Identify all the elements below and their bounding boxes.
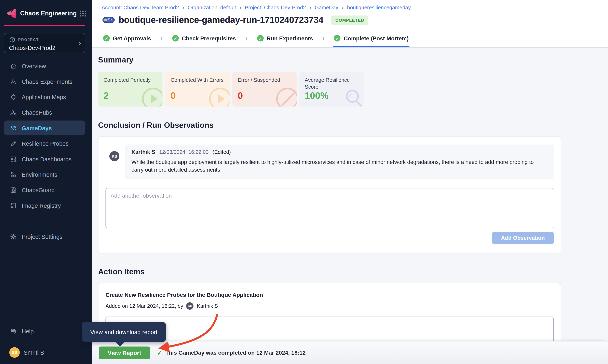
app-root: Chaos Engineering PROJECT Chaos-Dev-Prod… xyxy=(0,0,608,364)
card-error-suspended: Error / Suspended 0 xyxy=(232,72,297,106)
brand-accent-rule xyxy=(4,25,85,26)
check-circle-icon: ✓ xyxy=(103,35,110,41)
sidebar-item-gamedays[interactable]: GameDays xyxy=(0,120,92,136)
chevron-right-icon: › xyxy=(159,34,164,42)
sidebar-item-chaos-experiments[interactable]: Chaos Experiments xyxy=(0,74,92,89)
comment-edited-flag: (Edited) xyxy=(212,149,231,155)
sidebar-item-overview[interactable]: Overview xyxy=(0,58,92,74)
sidebar-item-label: ChaosHubs xyxy=(22,109,52,116)
tab-run-experiments[interactable]: ✓ Run Experiments xyxy=(257,29,313,47)
sidebar-item-environments[interactable]: Environments xyxy=(0,167,92,182)
observation-input[interactable] xyxy=(106,188,554,228)
comment-timestamp: 12/03/2024, 16:22:03 xyxy=(159,149,209,155)
sidebar-item-chaoshubs[interactable]: ChaosHubs xyxy=(0,105,92,120)
gear-icon xyxy=(10,233,17,240)
card-completed-with-errors: Completed With Errors 0 xyxy=(165,72,230,106)
summary-heading: Summary xyxy=(98,55,608,64)
app-title: Chaos Engineering xyxy=(20,10,79,17)
page-header: Account: Chaos Dev Team Prod2 › Organiza… xyxy=(92,0,608,29)
flask-icon xyxy=(10,78,17,85)
dashboard-icon xyxy=(10,156,17,162)
check-icon: ✓ xyxy=(157,349,162,356)
breadcrumb-account[interactable]: Account: Chaos Dev Team Prod2 xyxy=(102,4,179,10)
sidebar-nav: Overview Chaos Experiments Application M… xyxy=(0,58,92,213)
user-menu[interactable]: SS Smriti S xyxy=(0,343,92,361)
svg-text:?: ? xyxy=(12,329,13,332)
tooltip-view-download-report: View and download report xyxy=(82,322,166,342)
probe-icon xyxy=(10,140,17,147)
check-circle-icon: ✓ xyxy=(172,35,179,41)
page-title: boutique-resilience-gameday-run-17102407… xyxy=(119,15,323,25)
sidebar-item-label: ChaosGuard xyxy=(22,187,55,193)
card-completed-perfectly: Completed Perfectly 2 xyxy=(98,72,162,106)
sidebar-item-label: Application Maps xyxy=(22,93,66,100)
people-icon xyxy=(10,125,17,131)
stepper-tabbar: ✓ Get Approvals › ✓ Check Prerequisites … xyxy=(92,29,608,48)
observations-heading: Conclusion / Run Observations xyxy=(98,121,608,130)
chevron-right-icon: › xyxy=(239,4,241,11)
chevron-right-icon: › xyxy=(309,4,311,11)
action-item-added-text: Added on 12 Mar 2024, 16:22, by xyxy=(106,303,183,309)
tooltip-text: View and download report xyxy=(90,329,158,335)
check-circle-icon: ✓ xyxy=(334,35,341,41)
play-circle-icon xyxy=(141,86,162,106)
tab-check-prerequisites[interactable]: ✓ Check Prerequisites xyxy=(172,29,236,47)
view-report-button[interactable]: View Report xyxy=(99,346,150,359)
content-scroll-area[interactable]: Summary Completed Perfectly 2 Completed … xyxy=(92,48,608,364)
tab-label: Get Approvals xyxy=(113,35,151,41)
breadcrumb-organization[interactable]: Organization: default xyxy=(188,4,236,10)
tab-get-approvals[interactable]: ✓ Get Approvals xyxy=(103,29,151,47)
project-selector[interactable]: PROJECT Chaos-Dev-Prod2 › xyxy=(4,33,85,53)
add-observation-button[interactable]: Add Observation xyxy=(492,232,554,244)
chevron-right-icon: › xyxy=(321,34,325,42)
completion-message-text: This GameDay was completed on 12 Mar 202… xyxy=(165,350,305,356)
sidebar-item-label: Project Settings xyxy=(22,233,63,240)
sidebar-item-label: Chaos Dashboards xyxy=(22,156,71,162)
chaos-engineering-logo-icon xyxy=(5,8,17,19)
registry-icon xyxy=(10,202,17,208)
sidebar-header: Chaos Engineering xyxy=(0,6,92,21)
target-icon xyxy=(10,93,17,100)
gamepad-icon xyxy=(102,15,115,24)
sidebar-item-project-settings[interactable]: Project Settings xyxy=(0,229,92,244)
sidebar-item-help[interactable]: ? Help xyxy=(0,323,92,339)
sidebar-item-application-maps[interactable]: Application Maps xyxy=(0,89,92,104)
observations-panel: KS Karthik S 12/03/2024, 16:22:03 (Edite… xyxy=(98,136,561,253)
sidebar-item-label: Overview xyxy=(22,63,46,69)
tab-complete-post-mortem[interactable]: ✓ Complete (Post Mortem) xyxy=(334,29,409,47)
comment-text: While the boutique app deployment is lar… xyxy=(132,158,543,174)
tab-label: Run Experiments xyxy=(267,35,313,41)
magnifier-icon xyxy=(342,86,364,106)
card-average-resilience-score: Average Resilience Score 100% xyxy=(299,72,364,106)
sidebar-item-resilience-probes[interactable]: Resilience Probes xyxy=(0,136,92,151)
sidebar-item-label: GameDays xyxy=(22,125,52,131)
comment-author-name: Karthik S xyxy=(132,149,155,155)
completion-message: ✓ This GameDay was completed on 12 Mar 2… xyxy=(157,349,306,356)
action-items-heading: Action Items xyxy=(98,267,608,276)
ban-circle-icon xyxy=(275,86,297,106)
network-icon xyxy=(10,109,17,116)
help-chat-icon: ? xyxy=(10,328,17,334)
sidebar-item-chaos-dashboards[interactable]: Chaos Dashboards xyxy=(0,151,92,167)
sidebar-item-label: Image Registry xyxy=(22,202,61,208)
action-item-author-avatar: KS xyxy=(186,302,194,309)
hexagons-icon xyxy=(10,171,17,178)
observation-comment: Karthik S 12/03/2024, 16:22:03 (Edited) … xyxy=(125,144,554,179)
breadcrumb-project[interactable]: Project: Chaos-Dev-Prod2 xyxy=(245,4,306,10)
sidebar-item-chaosguard[interactable]: ChaosGuard xyxy=(0,182,92,198)
main-area: Account: Chaos Dev Team Prod2 › Organiza… xyxy=(92,0,608,364)
action-item-meta: Added on 12 Mar 2024, 16:22, by KS Karth… xyxy=(106,302,554,309)
sidebar-item-label: Resilience Probes xyxy=(22,140,69,147)
breadcrumb-gameday[interactable]: GameDay xyxy=(315,4,338,10)
breadcrumb-gameday-name[interactable]: boutiqueresiliencegameday xyxy=(347,4,411,10)
chevron-right-icon: › xyxy=(244,34,249,42)
home-icon xyxy=(10,63,17,69)
sidebar-item-label: Environments xyxy=(22,171,57,178)
app-grid-icon[interactable] xyxy=(79,10,86,17)
summary-cards: Completed Perfectly 2 Completed With Err… xyxy=(98,72,608,106)
sidebar-item-image-registry[interactable]: Image Registry xyxy=(0,198,92,213)
sidebar-item-label: Chaos Experiments xyxy=(22,78,72,85)
sidebar-divider xyxy=(4,223,85,223)
play-circle-icon xyxy=(208,86,230,106)
breadcrumb: Account: Chaos Dev Team Prod2 › Organiza… xyxy=(102,4,411,11)
